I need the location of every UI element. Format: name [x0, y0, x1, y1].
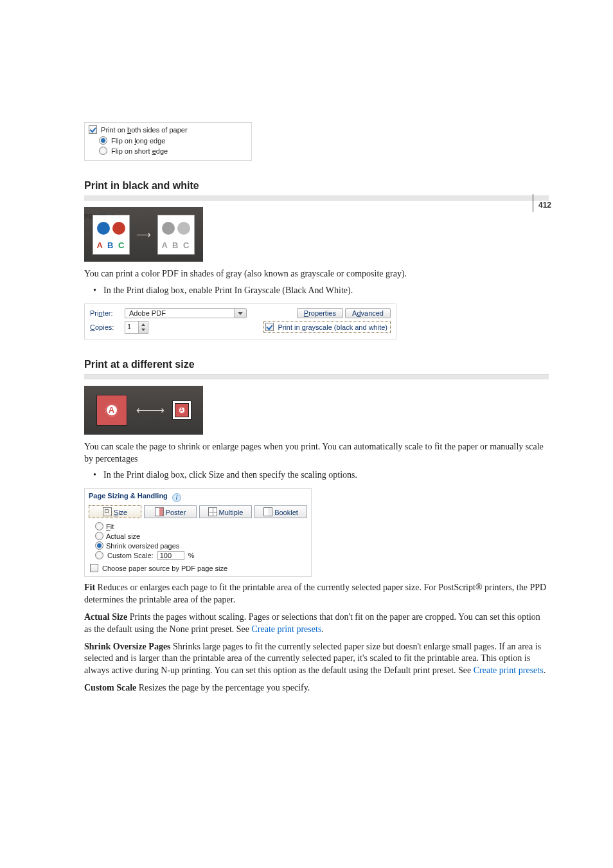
label-fragment: vanced	[361, 309, 384, 317]
label-fragment: oth sides of paper	[131, 126, 187, 134]
radio-icon[interactable]	[99, 147, 107, 155]
info-icon[interactable]: i	[172, 493, 181, 502]
large-square: A	[96, 395, 127, 426]
label-fragment: rayscale (black and white)	[306, 323, 387, 331]
tab-booklet[interactable]: Booklet	[254, 505, 307, 518]
label-fragment: Flip on short	[111, 147, 152, 155]
list-item: In the Print dialog box, enable Print In…	[84, 284, 549, 297]
def-actual: Actual Size Prints the pages without sca…	[84, 611, 549, 636]
booklet-icon	[263, 507, 272, 516]
opt-actual: Actual size	[95, 532, 307, 540]
body-text: You can print a color PDF in shades of g…	[84, 268, 549, 280]
option-label: Shrink oversized pages	[106, 542, 179, 550]
percent-label: %	[188, 552, 195, 559]
opt-paper-source: Choose paper source by PDF page size	[90, 564, 307, 572]
label-fragment: opies:	[95, 323, 114, 331]
custom-scale-input[interactable]: 100	[157, 551, 184, 560]
heading-size: Print at a different size	[84, 359, 549, 370]
radio-icon[interactable]	[95, 532, 103, 540]
link-create-presets[interactable]: Create print presets	[474, 665, 544, 675]
page-number-wrap: 412	[533, 198, 551, 212]
label-fragment: it	[111, 523, 114, 530]
dot-icon	[162, 222, 175, 235]
letter-a-icon: A	[105, 404, 118, 417]
flip-long-option: Flip on long edge	[99, 136, 165, 146]
body-text: You can scale the page to shrink or enla…	[84, 441, 549, 466]
label-fragment: Print in	[278, 323, 301, 331]
tile-color: A B C	[93, 215, 130, 255]
poster-icon	[155, 507, 164, 516]
def-shrink: Shrink Oversize Pages Shrinks large page…	[84, 641, 549, 678]
checkbox-icon[interactable]	[89, 125, 97, 134]
spinner-icon	[138, 321, 148, 333]
list-item: In the Print dialog box, click Size and …	[84, 469, 549, 482]
tab-label: Multiple	[219, 509, 244, 516]
panel-title: Page Sizing & Handling	[89, 492, 168, 500]
arrow-icon: ⟶	[136, 228, 151, 240]
heading-rule	[84, 195, 549, 201]
label-fragment: ter:	[103, 309, 113, 317]
label-fragment: dge	[156, 147, 168, 155]
label-fragment: Flip on	[111, 137, 134, 145]
punct: .	[544, 665, 546, 675]
copies-label: Copies:	[89, 320, 123, 335]
dot-icon	[177, 222, 190, 235]
link-create-presets[interactable]: Create print presets	[251, 624, 321, 634]
double-arrow-icon: ⟵⟶	[136, 404, 163, 416]
opt-fit: Fit	[95, 522, 307, 530]
tile-gray: A B C	[157, 215, 195, 255]
heading-rule	[84, 374, 549, 379]
letters: A B C	[158, 240, 194, 250]
checkbox-icon[interactable]	[265, 323, 274, 331]
figure-scale: A ⟵⟶ A	[84, 386, 203, 435]
figure-printer-row: Printer: Adobe PDF Properties Advanced	[84, 303, 396, 339]
term: Fit	[84, 583, 95, 592]
option-label: Choose paper source by PDF page size	[102, 565, 227, 572]
properties-button[interactable]: Properties	[297, 308, 343, 318]
both-sides-row: Print on both sides of paper	[89, 125, 247, 135]
letter: A	[97, 240, 104, 250]
flip-short-option: Flip on short edge	[99, 147, 168, 156]
opt-custom: Custom Scale: 100 %	[95, 551, 307, 560]
letter: C	[118, 240, 125, 250]
tab-label: Poster	[166, 509, 186, 516]
definition-text: Resizes the page by the percentage you s…	[136, 683, 310, 692]
tab-poster[interactable]: Poster	[144, 505, 197, 518]
radio-icon[interactable]	[95, 541, 103, 550]
page-number: 412	[538, 201, 551, 210]
term: Actual Size	[84, 612, 127, 622]
small-square-inner: A	[175, 403, 189, 417]
heading-bw: Print in black and white	[84, 180, 549, 192]
radio-icon[interactable]	[95, 522, 103, 530]
tab-label: Booklet	[274, 509, 298, 516]
copies-stepper[interactable]: 1	[125, 321, 148, 334]
dot-icon	[112, 222, 125, 235]
figure-both-sides: Print on both sides of paper Flip on lon…	[84, 122, 252, 161]
option-label: Custom Scale:	[107, 552, 154, 559]
label-fragment: ize	[118, 509, 127, 516]
printer-label: Printer:	[89, 307, 123, 320]
dropdown-value: Adobe PDF	[129, 309, 166, 317]
chevron-down-icon	[234, 309, 246, 318]
access-key: F	[106, 523, 111, 530]
punct: .	[321, 624, 324, 634]
opt-shrink: Shrink oversized pages	[95, 541, 307, 550]
letter-a-icon: A	[179, 407, 185, 413]
multiple-icon	[208, 507, 217, 516]
letters: A B C	[93, 240, 129, 250]
label-fragment: Print on	[101, 126, 127, 134]
dot-icon	[97, 222, 110, 235]
label-fragment: Pri	[90, 309, 98, 317]
checkbox-icon[interactable]	[90, 564, 98, 572]
option-label: Actual size	[106, 532, 140, 540]
label-fragment: ong edge	[136, 137, 166, 145]
stepper-value: 1	[127, 323, 131, 330]
radio-icon[interactable]	[99, 136, 107, 145]
definition-text: Reduces or enlarges each page to fit the…	[84, 583, 546, 604]
advanced-button[interactable]: Advanced	[345, 308, 391, 318]
printer-dropdown[interactable]: Adobe PDF	[125, 308, 247, 318]
radio-icon[interactable]	[95, 551, 103, 559]
tab-multiple[interactable]: Multiple	[199, 505, 252, 518]
def-custom: Custom Scale Resizes the page by the per…	[84, 682, 549, 694]
tab-size[interactable]: Size	[89, 505, 141, 518]
